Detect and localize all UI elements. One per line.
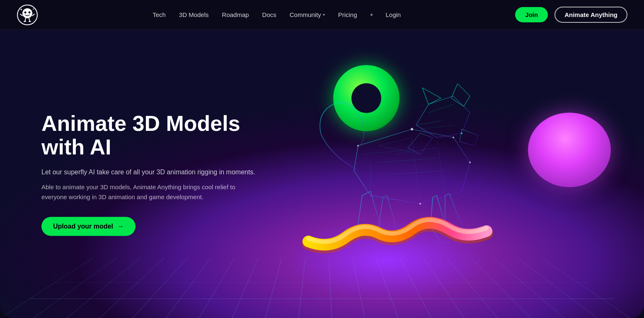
hero-subtitle: Let our superfly AI take care of all you…: [41, 167, 257, 177]
svg-line-32: [429, 104, 453, 113]
navbar: ✦ ✦ Tech 3D Models Roadmap Docs Communit…: [0, 0, 644, 30]
svg-marker-13: [416, 96, 470, 137]
svg-point-1: [22, 8, 32, 18]
svg-marker-14: [422, 88, 441, 104]
svg-line-31: [416, 121, 441, 125]
hero-title: Animate 3D Models with AI: [41, 112, 257, 159]
svg-marker-17: [408, 133, 433, 154]
nav-docs[interactable]: Docs: [262, 11, 276, 18]
svg-line-26: [412, 137, 420, 204]
nav-pricing[interactable]: Pricing: [338, 11, 357, 18]
svg-point-2: [24, 11, 27, 13]
svg-point-34: [411, 128, 413, 130]
logo-icon: ✦ ✦: [17, 4, 38, 26]
upload-model-button[interactable]: Upload your model →: [41, 217, 136, 236]
svg-point-3: [29, 11, 31, 13]
logo[interactable]: ✦ ✦: [17, 4, 38, 26]
nav-separator-dot: [370, 14, 373, 16]
svg-point-36: [469, 161, 471, 163]
svg-line-7: [29, 18, 30, 22]
hero-content: Animate 3D Models with AI Let our superf…: [41, 112, 257, 236]
hero-body: Able to animate your 3D models, Animate …: [41, 182, 257, 202]
nav-3d-models[interactable]: 3D Models: [179, 11, 209, 18]
hero-section: Animate 3D Models with AI Let our superf…: [0, 30, 644, 318]
svg-point-39: [461, 132, 462, 134]
hero-3d-objects: [271, 30, 644, 318]
wavy-noodle: [304, 198, 478, 264]
animate-anything-button[interactable]: Animate Anything: [554, 7, 627, 23]
nav-login[interactable]: Login: [386, 11, 401, 18]
svg-line-5: [32, 14, 34, 16]
svg-line-22: [379, 137, 412, 146]
nav-links: Tech 3D Models Roadmap Docs Community ▾ …: [153, 11, 401, 18]
svg-line-30: [362, 150, 412, 154]
svg-line-28: [379, 146, 420, 154]
svg-text:✦: ✦: [20, 8, 23, 12]
nav-community[interactable]: Community ▾: [290, 11, 325, 18]
pink-sphere: [528, 113, 611, 187]
svg-line-6: [25, 18, 26, 22]
svg-point-35: [453, 137, 454, 138]
join-button[interactable]: Join: [515, 7, 548, 22]
svg-point-38: [357, 145, 359, 147]
svg-line-29: [379, 158, 437, 162]
svg-text:✦: ✦: [32, 8, 34, 10]
svg-marker-12: [354, 129, 470, 204]
nav-tech[interactable]: Tech: [153, 11, 166, 18]
nav-actions: Join Animate Anything: [515, 7, 627, 23]
chevron-down-icon: ▾: [323, 12, 325, 17]
svg-line-27: [437, 140, 445, 193]
svg-line-4: [20, 14, 22, 16]
svg-line-33: [420, 125, 453, 129]
nav-roadmap[interactable]: Roadmap: [222, 11, 249, 18]
